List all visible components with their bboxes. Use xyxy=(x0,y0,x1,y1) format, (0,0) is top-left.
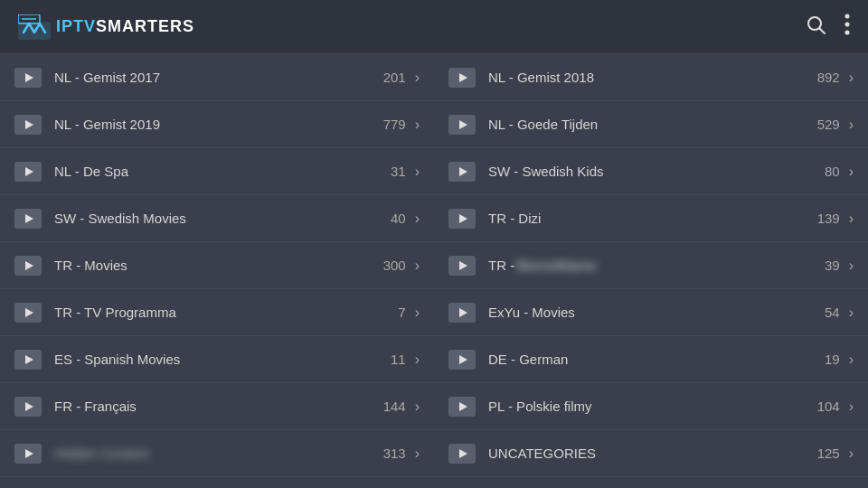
logo: IPTVSMARTERS xyxy=(18,14,194,40)
chevron-right-icon: › xyxy=(415,211,420,227)
list-item[interactable]: DE - German19› xyxy=(434,336,868,383)
logo-text: IPTVSMARTERS xyxy=(56,17,194,36)
item-count: 80 xyxy=(808,164,840,179)
item-name: TR - Dizi xyxy=(488,211,808,226)
list-item[interactable]: NL - Gemist 2019779› xyxy=(0,101,434,148)
header-actions xyxy=(805,14,850,41)
list-item[interactable]: TR - TV Programma7› xyxy=(0,289,434,336)
play-icon xyxy=(14,115,42,135)
play-icon xyxy=(14,209,42,229)
chevron-right-icon: › xyxy=(849,211,854,227)
chevron-right-icon: › xyxy=(415,258,420,274)
svg-line-4 xyxy=(820,28,826,33)
item-name: SW - Swedish Movies xyxy=(54,211,374,226)
item-count: 892 xyxy=(808,70,840,85)
item-name: NL - Gemist 2017 xyxy=(54,70,374,85)
item-count: 40 xyxy=(374,211,406,226)
item-count: 7 xyxy=(374,305,406,320)
item-count: 125 xyxy=(808,446,840,461)
play-icon xyxy=(14,444,42,464)
chevron-right-icon: › xyxy=(415,70,420,86)
item-name: UNCATEGORIES xyxy=(488,446,808,461)
list-item[interactable]: SW - Swedish Movies40› xyxy=(0,195,434,242)
item-name: ExYu - Movies xyxy=(488,305,808,320)
chevron-right-icon: › xyxy=(415,399,420,415)
blurred-item-name: Hidden Content xyxy=(54,446,374,461)
item-name: NL - Gemist 2018 xyxy=(488,70,808,85)
list-item[interactable]: ES - Spanish Movies11› xyxy=(0,336,434,383)
more-options-icon[interactable] xyxy=(844,14,850,41)
chevron-right-icon: › xyxy=(415,164,420,180)
item-count: 54 xyxy=(808,305,840,320)
play-icon xyxy=(448,303,476,323)
play-icon xyxy=(14,162,42,182)
chevron-right-icon: › xyxy=(415,117,420,133)
item-name: NL - Gemist 2019 xyxy=(54,117,374,132)
play-icon xyxy=(448,115,476,135)
play-icon xyxy=(448,256,476,276)
item-name: FR - Français xyxy=(54,399,374,414)
item-count: 201 xyxy=(374,70,406,85)
list-item[interactable]: TR - Movies300› xyxy=(0,242,434,289)
header: IPTVSMARTERS xyxy=(0,0,868,54)
play-icon xyxy=(14,68,42,88)
right-column: NL - Gemist 2018892›NL - Goede Tijden529… xyxy=(434,54,868,488)
item-count: 39 xyxy=(808,258,840,273)
play-icon xyxy=(448,350,476,370)
play-icon xyxy=(448,209,476,229)
chevron-right-icon: › xyxy=(849,117,854,133)
item-count: 11 xyxy=(374,352,406,367)
chevron-right-icon: › xyxy=(849,399,854,415)
list-item[interactable]: SW - Swedish Kids80› xyxy=(434,148,868,195)
play-icon xyxy=(448,397,476,417)
list-item[interactable]: TR - Dizi139› xyxy=(434,195,868,242)
svg-point-7 xyxy=(845,30,850,34)
item-name: ES - Spanish Movies xyxy=(54,352,374,367)
list-item[interactable]: NL - De Spa31› xyxy=(0,148,434,195)
item-name: SW - Swedish Kids xyxy=(488,164,808,179)
list-item[interactable]: NL - Gemist 2018892› xyxy=(434,54,868,101)
play-icon xyxy=(14,303,42,323)
chevron-right-icon: › xyxy=(849,446,854,462)
item-name: TR - BlurredName xyxy=(488,258,808,273)
play-icon xyxy=(14,397,42,417)
left-column: NL - Gemist 2017201›NL - Gemist 2019779›… xyxy=(0,54,434,488)
chevron-right-icon: › xyxy=(415,446,420,462)
play-icon xyxy=(448,162,476,182)
svg-point-5 xyxy=(845,14,850,18)
item-name: NL - Goede Tijden xyxy=(488,117,808,132)
item-name: PL - Polskie filmy xyxy=(488,399,808,414)
item-count: 31 xyxy=(374,164,406,179)
item-name: TR - TV Programma xyxy=(54,305,374,320)
item-count: 779 xyxy=(374,117,406,132)
play-icon xyxy=(14,350,42,370)
item-count: 144 xyxy=(374,399,406,414)
chevron-right-icon: › xyxy=(849,258,854,274)
item-count: 139 xyxy=(808,211,840,226)
list-item[interactable]: FR - Français144› xyxy=(0,383,434,430)
search-icon[interactable] xyxy=(805,14,826,41)
chevron-right-icon: › xyxy=(849,352,854,368)
play-icon xyxy=(14,256,42,276)
list-item[interactable]: PL - Polskie filmy104› xyxy=(434,383,868,430)
item-name: DE - German xyxy=(488,352,808,367)
chevron-right-icon: › xyxy=(415,352,420,368)
list-item[interactable]: NL - Goede Tijden529› xyxy=(434,101,868,148)
list-item[interactable]: ExYu - Movies54› xyxy=(434,289,868,336)
item-count: 313 xyxy=(374,446,406,461)
item-count: 104 xyxy=(808,399,840,414)
chevron-right-icon: › xyxy=(849,164,854,180)
svg-point-6 xyxy=(845,22,850,26)
list-item[interactable]: TR - BlurredName39› xyxy=(434,242,868,289)
content: NL - Gemist 2017201›NL - Gemist 2019779›… xyxy=(0,54,868,488)
list-item[interactable]: UNCATEGORIES125› xyxy=(434,430,868,477)
logo-icon xyxy=(18,14,51,40)
play-icon xyxy=(448,68,476,88)
list-item[interactable]: NL - Gemist 2017201› xyxy=(0,54,434,101)
item-count: 300 xyxy=(374,258,406,273)
list-item[interactable]: Hidden Content313› xyxy=(0,430,434,477)
chevron-right-icon: › xyxy=(415,305,420,321)
item-name: TR - Movies xyxy=(54,258,374,273)
item-count: 529 xyxy=(808,117,840,132)
item-count: 19 xyxy=(808,352,840,367)
